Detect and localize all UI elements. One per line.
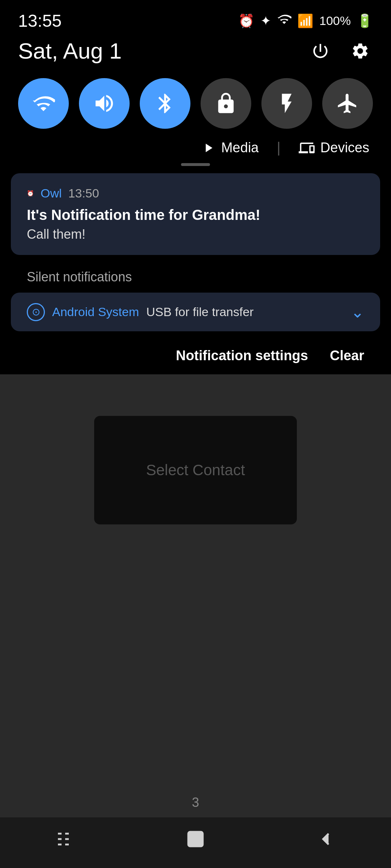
page-number: 3 xyxy=(192,795,199,810)
status-bar: 13:55 ⏰ ✦ 📶 100% 🔋 xyxy=(0,0,391,34)
bluetooth-tile[interactable] xyxy=(140,78,190,129)
android-system-notification[interactable]: ⊙ Android System USB for file transfer ⌄ xyxy=(11,293,380,331)
devices-label: Devices xyxy=(320,140,369,156)
silent-notifications-header: Silent notifications xyxy=(11,261,380,293)
devices-button[interactable]: Devices xyxy=(299,140,369,156)
status-time: 13:55 xyxy=(18,11,62,31)
divider: | xyxy=(277,140,280,156)
select-contact-label: Select Contact xyxy=(146,461,245,479)
battery-text: 100% xyxy=(319,14,351,28)
power-button[interactable] xyxy=(308,38,333,64)
airplane-tile[interactable] xyxy=(322,78,373,129)
wifi-tile[interactable] xyxy=(18,78,69,129)
owl-notif-time: 13:50 xyxy=(68,186,99,200)
home-button[interactable] xyxy=(185,828,206,850)
screen-lock-tile[interactable] xyxy=(201,78,251,129)
recent-apps-button[interactable] xyxy=(54,828,76,850)
media-label: Media xyxy=(221,140,259,156)
svg-rect-6 xyxy=(188,832,203,846)
notifications-panel: ⏰ Owl 13:50 It's Notification time for G… xyxy=(0,173,391,374)
settings-button[interactable] xyxy=(348,38,373,64)
bluetooth-status-icon: ✦ xyxy=(260,13,271,29)
owl-notif-title: It's Notification time for Grandma! xyxy=(27,207,364,223)
battery-icon: 🔋 xyxy=(357,13,373,29)
android-notif-left: ⊙ Android System USB for file transfer xyxy=(27,303,254,321)
clear-button[interactable]: Clear xyxy=(330,348,364,363)
alarm-icon: ⏰ xyxy=(238,13,255,29)
android-system-icon: ⊙ xyxy=(27,303,45,321)
owl-notification[interactable]: ⏰ Owl 13:50 It's Notification time for G… xyxy=(11,173,380,255)
select-contact-box: Select Contact xyxy=(94,416,297,524)
date-row: Sat, Aug 1 xyxy=(0,34,391,75)
status-icons: ⏰ ✦ 📶 100% 🔋 xyxy=(238,12,373,30)
wifi-status-icon xyxy=(277,12,291,30)
media-devices-row: Media | Devices xyxy=(0,140,391,163)
owl-notif-body: Call them! xyxy=(27,227,364,242)
shade-handle xyxy=(181,163,210,166)
back-button[interactable] xyxy=(315,828,337,850)
notification-actions-row: Notification settings Clear xyxy=(11,338,380,374)
flashlight-tile[interactable] xyxy=(261,78,312,129)
owl-app-name: Owl xyxy=(41,186,62,200)
owl-notif-header: ⏰ Owl 13:50 xyxy=(27,186,364,200)
sound-tile[interactable] xyxy=(79,78,130,129)
alarm-icon-notif: ⏰ xyxy=(27,190,34,197)
phone-signal-icon: 📶 xyxy=(297,13,314,29)
media-button[interactable]: Media xyxy=(201,140,259,156)
chevron-down-icon[interactable]: ⌄ xyxy=(351,303,364,321)
notification-settings-button[interactable]: Notification settings xyxy=(176,348,308,363)
date-action-icons xyxy=(308,38,373,64)
android-system-message: USB for file transfer xyxy=(146,305,254,319)
navigation-bar xyxy=(0,817,391,868)
date-label: Sat, Aug 1 xyxy=(18,38,122,64)
notification-shade: 13:55 ⏰ ✦ 📶 100% 🔋 Sat, Aug 1 xyxy=(0,0,391,374)
quick-tiles xyxy=(0,75,391,140)
android-system-app-name: Android System xyxy=(52,305,139,319)
